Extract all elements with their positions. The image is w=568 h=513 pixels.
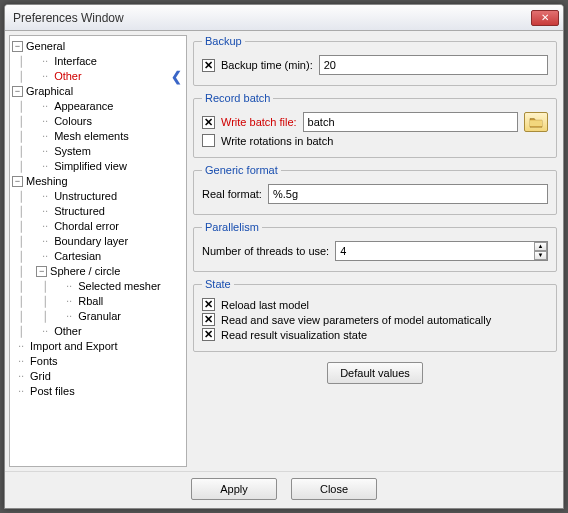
write-batch-label: Write batch file: — [221, 116, 297, 128]
close-icon[interactable]: ✕ — [531, 10, 559, 26]
reload-model-label: Reload last model — [221, 299, 309, 311]
tree-item-fonts[interactable]: ‧‧ Fonts — [12, 354, 184, 369]
group-record-batch: Record batch ✕ Write batch file: Write r… — [193, 92, 557, 158]
tree-item-structured[interactable]: │ ‧‧ Structured — [12, 204, 184, 219]
tree-item-colours[interactable]: │ ‧‧ Colours — [12, 114, 184, 129]
selected-arrow-icon: ❮ — [171, 69, 182, 84]
tree-item-system[interactable]: │ ‧‧ System — [12, 144, 184, 159]
group-parallelism: Parallelism Number of threads to use: ▲ … — [193, 221, 557, 272]
real-format-label: Real format: — [202, 188, 262, 200]
group-state: State ✕ Reload last model ✕ Read and sav… — [193, 278, 557, 352]
write-batch-input[interactable] — [303, 112, 518, 132]
folder-icon — [529, 116, 543, 128]
write-rotations-checkbox[interactable] — [202, 134, 215, 147]
close-button[interactable]: Close — [291, 478, 377, 500]
titlebar: Preferences Window ✕ — [5, 5, 563, 31]
footer: Apply Close — [5, 471, 563, 508]
tree-item-grid[interactable]: ‧‧ Grid — [12, 369, 184, 384]
legend-parallel: Parallelism — [202, 221, 262, 233]
content-panel: Backup ✕ Backup time (min): Record batch… — [193, 35, 559, 467]
spin-down-icon[interactable]: ▼ — [534, 251, 547, 260]
apply-button[interactable]: Apply — [191, 478, 277, 500]
tree-item-granular[interactable]: │ │ ‧‧ Granular — [12, 309, 184, 324]
spin-up-icon[interactable]: ▲ — [534, 242, 547, 251]
tree-item-selected-mesher[interactable]: │ │ ‧‧ Selected mesher — [12, 279, 184, 294]
tree-item-boundary-layer[interactable]: │ ‧‧ Boundary layer — [12, 234, 184, 249]
threads-spinner[interactable]: ▲ ▼ — [534, 242, 547, 260]
collapse-icon[interactable]: − — [36, 266, 47, 277]
backup-time-checkbox[interactable]: ✕ — [202, 59, 215, 72]
tree-item-simplified-view[interactable]: │ ‧‧ Simplified view — [12, 159, 184, 174]
read-save-params-label: Read and save view parameters of model a… — [221, 314, 491, 326]
tree-item-appearance[interactable]: │ ‧‧ Appearance — [12, 99, 184, 114]
tree-item-rball[interactable]: │ │ ‧‧ Rball — [12, 294, 184, 309]
group-backup: Backup ✕ Backup time (min): — [193, 35, 557, 86]
write-rotations-label: Write rotations in batch — [221, 135, 333, 147]
threads-label: Number of threads to use: — [202, 245, 329, 257]
tree-item-import-export[interactable]: ‧‧ Import and Export — [12, 339, 184, 354]
write-batch-checkbox[interactable]: ✕ — [202, 116, 215, 129]
legend-generic: Generic format — [202, 164, 281, 176]
backup-time-input[interactable] — [319, 55, 548, 75]
tree-item-meshing-other[interactable]: │ ‧‧ Other — [12, 324, 184, 339]
default-values-button[interactable]: Default values — [327, 362, 423, 384]
tree-item-general[interactable]: − General — [12, 39, 184, 54]
backup-time-label: Backup time (min): — [221, 59, 313, 71]
legend-state: State — [202, 278, 234, 290]
defaults-row: Default values — [193, 358, 557, 386]
browse-button[interactable] — [524, 112, 548, 132]
window-body: − General │ ‧‧ Interface │ ‧‧ Other ❮ − … — [5, 31, 563, 471]
legend-backup: Backup — [202, 35, 245, 47]
preferences-window: Preferences Window ✕ − General │ ‧‧ Inte… — [4, 4, 564, 509]
tree-item-post-files[interactable]: ‧‧ Post files — [12, 384, 184, 399]
threads-input[interactable] — [335, 241, 548, 261]
read-save-params-checkbox[interactable]: ✕ — [202, 313, 215, 326]
tree-item-sphere-circle[interactable]: │ − Sphere / circle — [12, 264, 184, 279]
collapse-icon[interactable]: − — [12, 41, 23, 52]
collapse-icon[interactable]: − — [12, 176, 23, 187]
read-result-viz-checkbox[interactable]: ✕ — [202, 328, 215, 341]
legend-record: Record batch — [202, 92, 273, 104]
nav-tree[interactable]: − General │ ‧‧ Interface │ ‧‧ Other ❮ − … — [9, 35, 187, 467]
reload-model-checkbox[interactable]: ✕ — [202, 298, 215, 311]
tree-item-unstructured[interactable]: │ ‧‧ Unstructured — [12, 189, 184, 204]
collapse-icon[interactable]: − — [12, 86, 23, 97]
tree-item-chordal-error[interactable]: │ ‧‧ Chordal error — [12, 219, 184, 234]
group-generic-format: Generic format Real format: — [193, 164, 557, 215]
tree-item-mesh-elements[interactable]: │ ‧‧ Mesh elements — [12, 129, 184, 144]
tree-item-graphical[interactable]: − Graphical — [12, 84, 184, 99]
tree-item-meshing[interactable]: − Meshing — [12, 174, 184, 189]
tree-item-cartesian[interactable]: │ ‧‧ Cartesian — [12, 249, 184, 264]
tree-item-interface[interactable]: │ ‧‧ Interface — [12, 54, 184, 69]
window-title: Preferences Window — [13, 11, 531, 25]
tree-item-other[interactable]: │ ‧‧ Other ❮ — [12, 69, 184, 84]
real-format-input[interactable] — [268, 184, 548, 204]
read-result-viz-label: Read result visualization state — [221, 329, 367, 341]
